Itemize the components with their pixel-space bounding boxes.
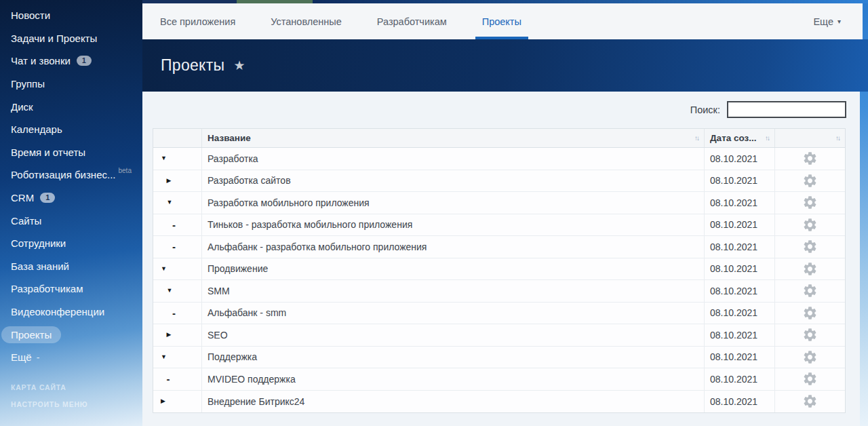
- expander-icon[interactable]: ▼: [161, 155, 167, 161]
- expander-icon[interactable]: ▶: [167, 178, 172, 184]
- actions-cell: [775, 258, 845, 280]
- project-name: Разработка мобильного приложения: [208, 197, 370, 208]
- date-cell: 08.10.2021: [705, 303, 775, 324]
- tab-label: Разработчикам: [377, 16, 447, 27]
- table-row[interactable]: ▼ Разработка мобильного приложения 08.10…: [153, 192, 845, 214]
- sidebar-item[interactable]: Диск: [0, 95, 142, 118]
- tab[interactable]: Разработчикам: [359, 3, 465, 39]
- sidebar-item[interactable]: Видеоконференции: [0, 301, 142, 324]
- expander-icon[interactable]: -: [167, 374, 170, 384]
- expander-icon[interactable]: ▼: [161, 354, 167, 360]
- sidebar-item[interactable]: Задачи и Проекты: [0, 27, 142, 50]
- project-name: Продвижение: [208, 263, 268, 274]
- sidebar-item[interactable]: Чат и звонки 1: [0, 50, 142, 73]
- sidebar-item[interactable]: Проекты: [0, 323, 142, 346]
- tab-label: Установленные: [271, 16, 342, 27]
- sidebar-item[interactable]: Сайты: [0, 209, 142, 232]
- search-input[interactable]: [727, 101, 846, 118]
- sidebar-item[interactable]: Ещё -: [0, 346, 142, 369]
- gear-icon[interactable]: [802, 261, 818, 277]
- actions-cell: [775, 170, 845, 192]
- expander-cell: ▶: [153, 324, 202, 346]
- tab[interactable]: Все приложения: [142, 3, 253, 39]
- gear-icon[interactable]: [802, 393, 818, 409]
- column-header-label: Дата соз...: [710, 133, 757, 143]
- sort-icon[interactable]: ↑↓: [694, 134, 698, 142]
- created-date: 08.10.2021: [710, 219, 757, 230]
- gear-icon[interactable]: [802, 371, 818, 387]
- sidebar-item[interactable]: Календарь: [0, 118, 142, 141]
- table-row[interactable]: ▼ Продвижение 08.10.2021: [153, 258, 845, 281]
- sidebar-item[interactable]: Роботизация бизнес... beta: [0, 163, 142, 187]
- sort-icon[interactable]: ↑↓: [765, 134, 769, 142]
- table-row[interactable]: ▶ Разработка сайтов 08.10.2021: [153, 170, 845, 193]
- sidebar-item[interactable]: Время и отчеты: [0, 141, 142, 164]
- table-row[interactable]: ▼ Разработка 08.10.2021: [153, 148, 845, 170]
- tab[interactable]: Проекты: [465, 3, 539, 39]
- chevron-down-icon: ▾: [837, 18, 841, 25]
- expander-icon[interactable]: ▼: [167, 288, 173, 294]
- column-header[interactable]: [153, 129, 202, 147]
- gear-icon[interactable]: [802, 195, 818, 210]
- table-row[interactable]: - Альфабанк - smm 08.10.2021: [153, 303, 845, 325]
- table-row[interactable]: - MVIDEO поддержка 08.10.2021: [153, 368, 845, 391]
- expander-icon[interactable]: -: [172, 308, 176, 318]
- sort-icon[interactable]: ↑↓: [835, 134, 840, 142]
- sidebar-item-label: Разработчикам: [11, 283, 83, 294]
- sidebar-item[interactable]: Группы: [0, 73, 142, 96]
- column-header[interactable]: Название ↑↓: [202, 129, 705, 147]
- date-cell: 08.10.2021: [705, 236, 775, 258]
- sidebar-item-label: Новости: [11, 9, 50, 21]
- expander-icon[interactable]: ▼: [167, 199, 173, 206]
- project-name: Тиньков - разработка мобильного приложен…: [208, 219, 412, 230]
- sitemap-link[interactable]: КАРТА САЙТА: [11, 383, 87, 391]
- more-tab[interactable]: Еще ▾: [813, 3, 841, 39]
- project-name: Внедрение Битрикс24: [208, 396, 304, 407]
- created-date: 08.10.2021: [710, 307, 757, 318]
- tab[interactable]: Установленные: [253, 3, 359, 39]
- sidebar-item[interactable]: Сотрудники: [0, 232, 142, 255]
- created-date: 08.10.2021: [710, 374, 757, 385]
- project-name: Альфабанк - разработка мобильного прилож…: [208, 241, 427, 252]
- gear-icon[interactable]: [802, 239, 818, 254]
- expander-cell: -: [153, 303, 202, 324]
- sidebar-item[interactable]: CRM 1: [0, 187, 142, 210]
- sidebar-item[interactable]: Новости: [0, 4, 142, 27]
- table-row[interactable]: ▼ Поддержка 08.10.2021: [153, 347, 845, 369]
- expander-cell: -: [153, 214, 202, 236]
- gear-icon[interactable]: [802, 349, 818, 365]
- name-cell: Разработка: [202, 148, 705, 170]
- sidebar-item-label: Чат и звонки: [11, 55, 71, 66]
- expander-icon[interactable]: -: [172, 241, 176, 252]
- sidebar-item[interactable]: База знаний: [0, 255, 142, 278]
- gear-icon[interactable]: [802, 327, 818, 343]
- expander-icon[interactable]: -: [172, 220, 176, 230]
- more-tab-label: Еще: [813, 16, 833, 27]
- name-cell: SEO: [202, 324, 705, 346]
- sidebar-item-label: Диск: [11, 101, 33, 113]
- gear-icon[interactable]: [802, 283, 818, 298]
- gear-icon[interactable]: [802, 217, 818, 233]
- expander-cell: -: [153, 368, 202, 390]
- expander-icon[interactable]: ▶: [167, 332, 172, 338]
- name-cell: Разработка мобильного приложения: [202, 192, 705, 214]
- sidebar-menu: Новости Задачи и Проекты Чат и звонки 1 …: [0, 0, 142, 369]
- gear-icon[interactable]: [802, 173, 818, 189]
- sidebar-item[interactable]: Разработчикам: [0, 277, 142, 301]
- expander-icon[interactable]: ▶: [161, 398, 165, 404]
- gear-icon[interactable]: [802, 151, 818, 166]
- table-row[interactable]: - Альфабанк - разработка мобильного прил…: [153, 236, 845, 258]
- configure-menu-link[interactable]: НАСТРОИТЬ МЕНЮ: [11, 400, 87, 408]
- table-row[interactable]: ▼ SMM 08.10.2021: [153, 280, 845, 303]
- table-row[interactable]: ▶ SEO 08.10.2021: [153, 324, 845, 347]
- column-header[interactable]: ↑↓: [775, 129, 845, 147]
- table-row[interactable]: - Тиньков - разработка мобильного прилож…: [153, 214, 845, 237]
- expander-cell: ▶: [153, 170, 202, 192]
- main-area: Все приложения Установленные Разработчик…: [142, 0, 868, 426]
- gear-icon[interactable]: [802, 305, 818, 321]
- table-row[interactable]: ▶ Внедрение Битрикс24 08.10.2021: [153, 391, 845, 413]
- expander-icon[interactable]: ▼: [161, 266, 167, 272]
- favorite-star-icon[interactable]: ★: [233, 58, 245, 73]
- column-header[interactable]: Дата соз... ↑↓: [705, 129, 775, 147]
- name-cell: Альфабанк - разработка мобильного прилож…: [202, 236, 705, 258]
